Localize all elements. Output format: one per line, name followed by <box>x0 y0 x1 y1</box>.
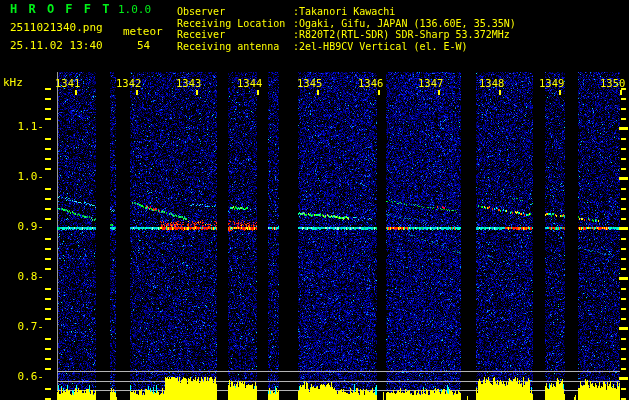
station-info-row: Receiving Location: Ogaki, Gifu, JAPAN (… <box>177 18 516 30</box>
datetime-label: 25.11.02 13:40 <box>10 40 103 51</box>
station-info-block: Observer: Takanori KawachiReceiving Loca… <box>177 6 516 52</box>
minute-label: 1341 <box>55 78 80 89</box>
y-axis-unit-label: kHz <box>3 77 23 88</box>
echo-count: 54 <box>137 40 150 51</box>
station-info-row: Observer: Takanori Kawachi <box>177 6 516 18</box>
info-value: Takanori Kawachi <box>299 6 395 18</box>
output-filename: 2511021340.png <box>10 22 103 33</box>
info-label: Receiving Location <box>177 18 293 30</box>
app-title: H R O F F T <box>10 3 111 15</box>
minute-label: 1343 <box>176 78 201 89</box>
minute-label: 1349 <box>539 78 564 89</box>
mode-label: meteor <box>123 26 163 37</box>
info-value: Ogaki, Gifu, JAPAN (136.60E, 35.35N) <box>299 18 516 30</box>
freq-label: 1.1- <box>0 121 44 132</box>
minute-label: 1350 <box>600 78 625 89</box>
freq-label: 0.9- <box>0 221 44 232</box>
minute-label: 1342 <box>116 78 141 89</box>
station-info-row: Receiving antenna: 2el-HB9CV Vertical (e… <box>177 41 516 53</box>
spectrogram-canvas <box>0 0 629 400</box>
info-value: 2el-HB9CV Vertical (el. E-W) <box>299 41 468 53</box>
freq-label: 0.6- <box>0 371 44 382</box>
freq-label: 0.7- <box>0 321 44 332</box>
station-info-row: Receiver: R820T2(RTL-SDR) SDR-Sharp 53.3… <box>177 29 516 41</box>
hrofft-window: H R O F F T 1.0.0 2511021340.png meteor … <box>0 0 629 400</box>
info-label: Receiving antenna <box>177 41 293 53</box>
minute-label: 1344 <box>237 78 262 89</box>
info-value: R820T2(RTL-SDR) SDR-Sharp 53.372MHz <box>299 29 510 41</box>
freq-label: 0.8- <box>0 271 44 282</box>
info-label: Observer <box>177 6 293 18</box>
minute-label: 1348 <box>479 78 504 89</box>
app-version: 1.0.0 <box>118 4 151 15</box>
info-label: Receiver <box>177 29 293 41</box>
minute-label: 1346 <box>358 78 383 89</box>
minute-label: 1347 <box>418 78 443 89</box>
minute-label: 1345 <box>297 78 322 89</box>
freq-label: 1.0- <box>0 171 44 182</box>
